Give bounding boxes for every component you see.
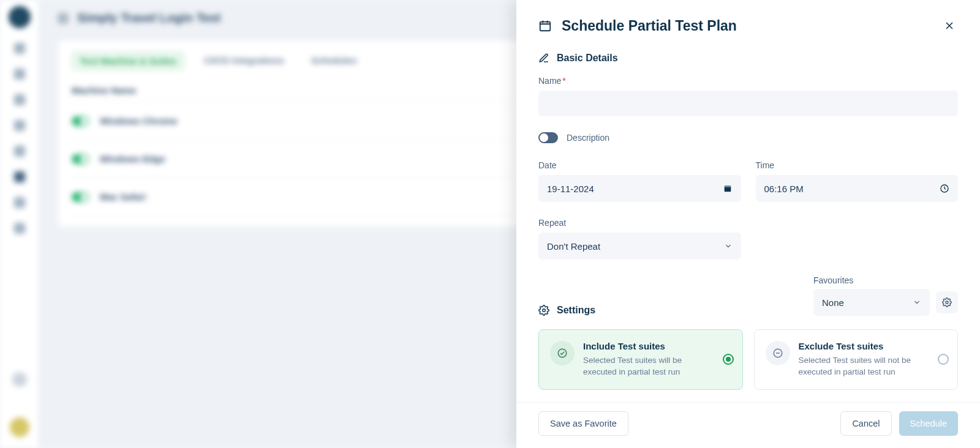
include-radio bbox=[723, 354, 734, 365]
time-input[interactable]: 06:16 PM bbox=[756, 175, 959, 202]
gear-icon bbox=[942, 297, 952, 307]
favourites-settings-button[interactable] bbox=[936, 291, 958, 313]
repeat-select[interactable]: Don't Repeat bbox=[538, 233, 741, 259]
panel-footer: Save as Favorite Cancel Schedule bbox=[516, 402, 980, 448]
close-icon bbox=[943, 20, 956, 32]
svg-rect-2 bbox=[724, 185, 731, 187]
svg-point-4 bbox=[543, 309, 546, 312]
schedule-panel: Schedule Partial Test Plan Basic Details… bbox=[516, 0, 980, 448]
description-label: Description bbox=[567, 133, 609, 143]
calendar-icon bbox=[538, 19, 552, 32]
date-value: 19-11-2024 bbox=[547, 184, 594, 194]
exclude-radio bbox=[938, 354, 949, 365]
time-label: Time bbox=[756, 160, 959, 170]
include-testsuites-card[interactable]: Include Test suites Selected Test suites… bbox=[538, 329, 743, 390]
exclude-testsuites-card[interactable]: Exclude Test suites Selected Test suites… bbox=[754, 329, 959, 390]
include-icon bbox=[550, 341, 575, 365]
calendar-picker-icon bbox=[723, 184, 733, 193]
schedule-button[interactable]: Schedule bbox=[899, 411, 958, 436]
section-label: Basic Details bbox=[557, 53, 618, 64]
date-label: Date bbox=[538, 160, 741, 170]
chevron-down-icon bbox=[913, 298, 921, 307]
exclude-desc: Selected Test suites will not be execute… bbox=[799, 355, 947, 378]
include-desc: Selected Test suites will be executed in… bbox=[583, 355, 731, 378]
exclude-title: Exclude Test suites bbox=[799, 341, 947, 351]
save-favorite-button[interactable]: Save as Favorite bbox=[538, 411, 628, 436]
favourites-value: None bbox=[822, 297, 844, 308]
time-value: 06:16 PM bbox=[764, 184, 804, 194]
panel-title: Schedule Partial Test Plan bbox=[562, 18, 931, 34]
chevron-down-icon bbox=[724, 242, 733, 250]
clock-icon bbox=[940, 184, 949, 193]
edit-icon bbox=[538, 53, 549, 64]
repeat-value: Don't Repeat bbox=[547, 241, 600, 252]
date-input[interactable]: 19-11-2024 bbox=[538, 175, 741, 202]
description-toggle[interactable] bbox=[538, 132, 558, 143]
basic-details-section: Basic Details bbox=[538, 53, 958, 64]
close-button[interactable] bbox=[941, 17, 958, 34]
name-label: Name* bbox=[538, 76, 958, 86]
settings-label: Settings bbox=[557, 305, 595, 316]
svg-point-6 bbox=[558, 349, 567, 357]
include-title: Include Test suites bbox=[583, 341, 731, 351]
gear-icon bbox=[538, 305, 549, 316]
favourites-label: Favourites bbox=[813, 275, 958, 285]
cancel-button[interactable]: Cancel bbox=[840, 411, 891, 436]
svg-rect-0 bbox=[540, 22, 551, 31]
exclude-icon bbox=[766, 341, 790, 365]
svg-point-5 bbox=[946, 301, 948, 304]
repeat-label: Repeat bbox=[538, 218, 741, 228]
name-input[interactable] bbox=[538, 91, 958, 116]
favourites-select[interactable]: None bbox=[813, 289, 930, 316]
